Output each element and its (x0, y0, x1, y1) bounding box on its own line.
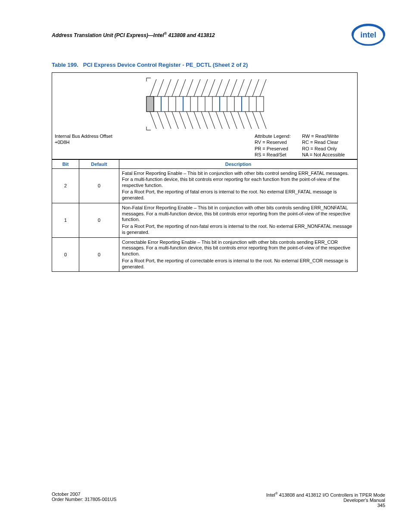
cell-bit: 0 (52, 237, 79, 271)
page-footer: October 2007 Order Number: 317805-001US … (52, 492, 385, 508)
desc-p1: Non-Fatal Error Reporting Enable – This … (122, 205, 355, 223)
legend-rc: RC = Read Clear (302, 139, 345, 145)
register-box: Internal Bus Address Offset +0D8H Attrib… (52, 72, 358, 272)
legend-left: Attribute Legend: RV = Reserved PR = Pre… (255, 133, 291, 158)
svg-line-41 (165, 112, 171, 129)
cell-description: Correctable Error Reporting Enable – Thi… (119, 237, 358, 271)
offset-label: Internal Bus Address Offset (55, 133, 112, 139)
legend-title: Attribute Legend: (255, 133, 291, 139)
cell-description: Non-Fatal Error Reporting Enable – This … (119, 203, 358, 237)
svg-line-39 (150, 112, 156, 129)
desc-p2: For a Root Port, the reporting of fatal … (122, 189, 355, 201)
svg-line-47 (209, 112, 215, 129)
legend-rw: RW = Read/Write (302, 133, 345, 139)
svg-line-45 (194, 112, 200, 129)
svg-line-33 (223, 79, 230, 96)
section-title-pre: Address Translation Unit (PCI Express)—I… (52, 32, 164, 38)
svg-line-40 (157, 112, 164, 129)
page-header: Address Translation Unit (PCI Express)—I… (52, 24, 385, 46)
svg-line-35 (238, 79, 244, 96)
desc-p1: Fatal Error Reporting Enable – This bit … (122, 171, 355, 188)
svg-line-54 (260, 112, 266, 129)
legend-rs: RS = Read/Set (255, 152, 291, 158)
svg-line-23 (150, 79, 156, 96)
svg-line-31 (209, 79, 215, 96)
footer-date: October 2007 (52, 492, 116, 497)
svg-line-46 (201, 112, 208, 129)
svg-line-36 (245, 79, 252, 96)
svg-line-44 (187, 112, 193, 129)
offset-label-block: Internal Bus Address Offset +0D8H (55, 133, 112, 146)
cell-default: 0 (79, 169, 119, 203)
footer-left: October 2007 Order Number: 317805-001US (52, 492, 116, 508)
svg-line-24 (157, 79, 164, 96)
offset-value: +0D8H (55, 139, 112, 145)
svg-line-42 (172, 112, 178, 129)
svg-line-32 (216, 79, 222, 96)
register-table: Bit Default Description 2 0 Fatal Error … (52, 159, 357, 271)
table-row: 0 0 Correctable Error Reporting Enable –… (52, 237, 357, 271)
table-row: 1 0 Non-Fatal Error Reporting Enable – T… (52, 203, 357, 237)
svg-rect-3 (146, 96, 154, 112)
section-title: Address Translation Unit (PCI Express)—I… (52, 31, 215, 38)
legend-pr: PR = Preserved (255, 146, 291, 152)
footer-product: Intel® 413808 and 413812 I/O Controllers… (266, 492, 385, 498)
svg-line-50 (230, 112, 237, 129)
register-diagram-area: Internal Bus Address Offset +0D8H Attrib… (52, 73, 357, 159)
cell-default: 0 (79, 237, 119, 271)
svg-line-34 (230, 79, 237, 96)
table-header-row: Bit Default Description (52, 160, 357, 169)
footer-order: Order Number: 317805-001US (52, 497, 116, 502)
legend-ro: RO = Read Only (302, 146, 345, 152)
svg-line-38 (260, 79, 266, 96)
svg-line-26 (172, 79, 178, 96)
svg-line-51 (238, 112, 244, 129)
desc-p1: Correctable Error Reporting Enable – Thi… (122, 240, 355, 257)
table-row: 2 0 Fatal Error Reporting Enable – This … (52, 169, 357, 203)
register-bitfield-diagram-icon (138, 77, 271, 131)
legend-right: RW = Read/Write RC = Read Clear RO = Rea… (302, 133, 345, 158)
svg-line-29 (194, 79, 200, 96)
svg-line-52 (245, 112, 252, 129)
desc-p2: For a Root Port, the reporting of non-fa… (122, 224, 355, 236)
svg-line-43 (179, 112, 186, 129)
intel-logo-icon: intel (352, 24, 385, 46)
header-default: Default (79, 160, 119, 169)
svg-line-25 (165, 79, 171, 96)
svg-line-48 (216, 112, 222, 129)
svg-line-30 (201, 79, 208, 96)
footer-right: Intel® 413808 and 413812 I/O Controllers… (266, 492, 385, 508)
cell-default: 0 (79, 203, 119, 237)
svg-line-27 (179, 79, 186, 96)
cell-description: Fatal Error Reporting Enable – This bit … (119, 169, 358, 203)
legend-na: NA = Not Accessible (302, 152, 345, 158)
svg-line-53 (252, 112, 259, 129)
svg-line-37 (252, 79, 259, 96)
header-description: Description (119, 160, 358, 169)
cell-bit: 2 (52, 169, 79, 203)
svg-line-49 (223, 112, 230, 129)
table-number: Table 199. (52, 62, 78, 68)
svg-line-28 (187, 79, 193, 96)
desc-p2: For a Root Port, the reporting of correc… (122, 258, 355, 270)
footer-manual: Developer's Manual (266, 498, 385, 503)
legend-rv: RV = Reserved (255, 139, 291, 145)
table-title: PCI Express Device Control Register - PE… (83, 62, 248, 68)
svg-text:intel: intel (361, 31, 377, 39)
cell-bit: 1 (52, 203, 79, 237)
section-title-post: 413808 and 413812 (167, 32, 215, 38)
table-caption: Table 199. PCI Express Device Control Re… (52, 62, 385, 68)
footer-page: 345 (266, 503, 385, 508)
header-bit: Bit (52, 160, 79, 169)
